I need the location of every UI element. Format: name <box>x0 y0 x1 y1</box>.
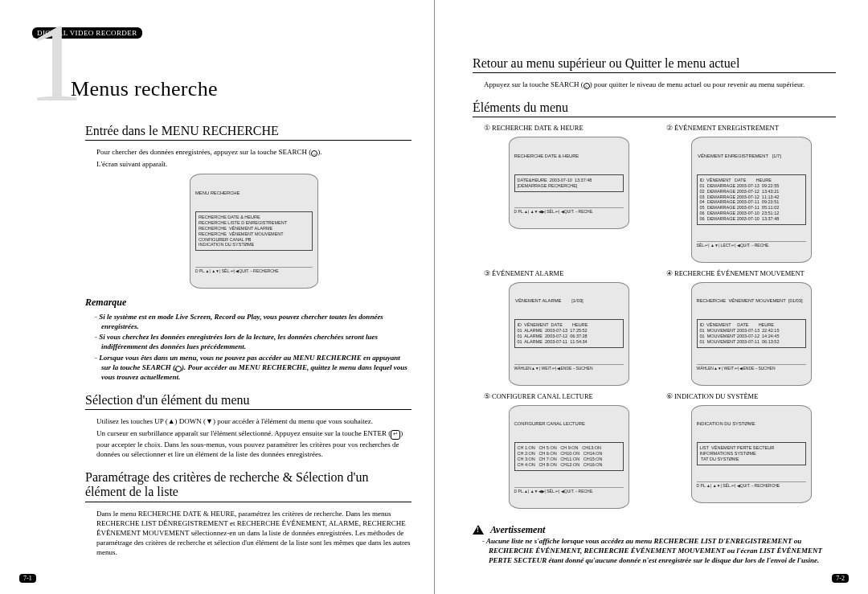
item-label: ÉVÉNEMENT ALARME <box>492 269 563 277</box>
grid-cell: ④RECHERCHE ÉVÉNEMENT MOUVEMENT RECHERCHE… <box>666 269 836 387</box>
chapter-number: 1 <box>27 6 84 119</box>
grid-cell: ⑤CONFIGURER CANAL LECTURE CONFIGURER CAN… <box>484 392 653 510</box>
screen-evenement-alarme: VÉNEMENT ALARME [1/03] ID VÉNEMENT DATE … <box>509 282 629 386</box>
enter-icon: ↵ <box>391 430 400 439</box>
body-text: L'écran suivant apparaît. <box>96 159 411 169</box>
avertissement-list: Aucune liste ne s'affiche lorsque vous a… <box>473 536 836 565</box>
item-number: ⑤ <box>484 392 490 400</box>
item-label: INDICATION DU SYSTÈME <box>674 392 758 400</box>
section-rule <box>85 140 411 141</box>
remark-item: Si le système est en mode Live Screen, R… <box>101 312 411 331</box>
page-left: DIGITAL VIDEO RECORDER 1 Menus recherche… <box>0 0 434 594</box>
section-heading: Éléments du menu <box>473 100 836 115</box>
grid-cell: ②ÉVÉNEMENT ENREGISTREMENT VÉNEMENT ENREG… <box>666 124 836 264</box>
screens-grid: ①RECHERCHE DATE & HEURE RECHERCHE DATE &… <box>484 124 836 510</box>
section-heading: Paramétrage des critères de recherche & … <box>85 470 411 500</box>
section-heading: Retour au menu supérieur ou Quitter le m… <box>473 56 836 71</box>
avertissement-heading: Avertissement <box>490 524 545 535</box>
section-parametrage: Paramétrage des critères de recherche & … <box>85 470 411 557</box>
body-text: Dans le menu RECHERCHE DATE & HEURE, par… <box>96 509 411 558</box>
chapter-title: Menus recherche <box>71 77 218 101</box>
screen-date-heure: RECHERCHE DATE & HEURE DATE&HEURE 2003-0… <box>509 137 629 229</box>
item-number: ⑥ <box>666 392 673 400</box>
grid-cell: ③ÉVÉNEMENT ALARME VÉNEMENT ALARME [1/03]… <box>484 269 653 387</box>
screen-evenement-mouvement: RECHERCHE VÉNEMENT MOUVEMENT [01/03] ID … <box>691 282 812 386</box>
search-icon: ⌕ <box>311 150 317 157</box>
remark-item: Si vous cherchez les données enregistrée… <box>101 332 411 351</box>
body-text: Pour chercher des données enregistrées, … <box>96 147 411 157</box>
warning-icon <box>473 525 484 535</box>
page-right: Retour au menu supérieur ou Quitter le m… <box>434 0 868 594</box>
screen-evenement-enregistrement: VÉNEMENT ENREGISTREMENT [1/7] ID VÉNEMEN… <box>691 137 812 262</box>
screen-configurer-canal: CONFIGURER CANAL LECTURE CH 1:ON CH 5:ON… <box>509 405 629 509</box>
section-selection-element: Sélection d'un élément du menu Utilisez … <box>85 393 411 459</box>
screen-indication-systeme: INDICATION DU SYSTØME LIST VÉNEMENT PERT… <box>691 405 812 503</box>
section-heading: Entrée dans le MENU RECHERCHE <box>85 124 411 138</box>
section-retour-menu: Retour au menu supérieur ou Quitter le m… <box>473 56 836 89</box>
section-rule <box>473 117 836 117</box>
item-number: ② <box>666 124 673 132</box>
section-rule <box>85 502 411 502</box>
search-icon: ⌕ <box>583 83 590 89</box>
item-label: CONFIGURER CANAL LECTURE <box>492 392 593 400</box>
remark-heading: Remarque <box>85 297 411 309</box>
body-text: Un curseur en surbrillance apparaît sur … <box>96 428 411 459</box>
avertissement-item: Aucune liste ne s'affiche lorsque vous a… <box>489 536 836 565</box>
body-text: Utilisez les touches UP (▲) DOWN (▼) pou… <box>96 416 411 426</box>
chapter-header: 1 Menus recherche <box>32 40 411 113</box>
item-number: ① <box>484 124 490 132</box>
screen-menu-recherche: MENU RECHERCHE RECHERCHE DATE & HEURE RE… <box>190 174 318 289</box>
section-heading: Sélection d'un élément du menu <box>85 393 411 408</box>
grid-cell: ⑥INDICATION DU SYSTÈME INDICATION DU SYS… <box>666 392 836 510</box>
section-rule <box>85 409 411 410</box>
page-number: 7-1 <box>19 574 36 583</box>
remark-list: Si le système est en mode Live Screen, R… <box>85 312 411 382</box>
page-number: 7-2 <box>832 574 849 583</box>
remark-item: Lorsque vous êtes dans un menu, vous ne … <box>101 353 411 382</box>
section-entree-menu: Entrée dans le MENU RECHERCHE Pour cherc… <box>85 124 411 382</box>
avertissement-block: Avertissement Aucune liste ne s'affiche … <box>473 522 836 565</box>
section-rule <box>473 72 836 73</box>
search-icon: ⌕ <box>175 366 182 372</box>
body-text: Appuyez sur la touche SEARCH (⌕) pour qu… <box>484 80 836 89</box>
grid-cell: ①RECHERCHE DATE & HEURE RECHERCHE DATE &… <box>484 124 653 264</box>
item-number: ④ <box>666 269 673 277</box>
item-number: ③ <box>484 269 490 277</box>
item-label: ÉVÉNEMENT ENREGISTREMENT <box>674 124 779 132</box>
item-label: RECHERCHE ÉVÉNEMENT MOUVEMENT <box>674 269 805 277</box>
section-elements-menu: Éléments du menu ①RECHERCHE DATE & HEURE… <box>473 100 836 565</box>
item-label: RECHERCHE DATE & HEURE <box>492 124 583 132</box>
